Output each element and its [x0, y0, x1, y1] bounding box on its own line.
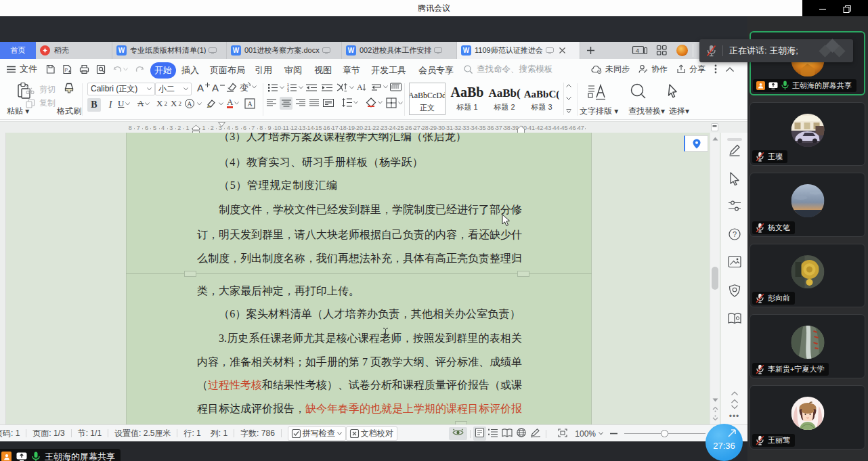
strip-up-icon[interactable]: [731, 391, 738, 395]
next-page-icon[interactable]: [712, 415, 718, 421]
tab-home[interactable]: 首页: [0, 42, 36, 59]
document-line-11[interactable]: （过程性考核和结果性考核）、试卷分析和课程质量评价报告（或课: [197, 378, 522, 392]
document-area[interactable]: （3）人才培养方案及课程教学大纲汇编（张启龙）（4）教育实习、研习手册样板（杨学…: [0, 133, 747, 424]
print-preview-icon[interactable]: [96, 64, 106, 74]
tab-document-active[interactable]: W 1109师范认证推进会: [457, 42, 580, 59]
account-avatar[interactable]: [676, 45, 688, 56]
document-line-8[interactable]: （6）案头材料清单（人才培养办负责，其他相关办公室负责）: [219, 307, 521, 321]
collapse-ribbon-icon[interactable]: [726, 67, 734, 72]
align-right-button[interactable]: [296, 99, 305, 107]
help-icon[interactable]: ?: [729, 228, 741, 240]
scroll-down-icon[interactable]: [712, 398, 718, 402]
document-line-4[interactable]: 制度文件，学校文件已经发到群里，学院制度已经进行了部分修: [219, 203, 522, 217]
document-line-5[interactable]: 订，明天发到群里，请八大块老师根据自己负责的内容，看还缺少什: [197, 228, 522, 242]
select-cursor-icon[interactable]: [729, 172, 740, 185]
status-words[interactable]: 字数: 786: [240, 428, 275, 439]
format-painter-button[interactable]: [62, 83, 76, 100]
sync-status[interactable]: 未同步: [591, 64, 630, 75]
align-center-button[interactable]: [280, 97, 292, 110]
page-separator-mark-right[interactable]: [517, 271, 529, 277]
document-line-10[interactable]: 内容，准备相关材料；如手册的第 7 页教学大纲、评分标准、成绩单: [197, 355, 522, 369]
prev-page-icon[interactable]: [712, 406, 718, 412]
menu-item-会员专享[interactable]: 会员专享: [418, 64, 454, 76]
more-menu-icon[interactable]: [714, 64, 717, 74]
bold-button[interactable]: B: [87, 98, 101, 112]
spell-check-toggle[interactable]: 拼写检查: [288, 426, 346, 441]
redo-icon[interactable]: [135, 65, 144, 74]
zoom-value[interactable]: 100%: [575, 429, 596, 439]
page-separator-mark-left[interactable]: [184, 271, 196, 277]
decrease-indent-button[interactable]: [306, 83, 317, 92]
zoom-slider-knob[interactable]: [661, 430, 668, 437]
document-line-12[interactable]: 程目标达成评价报告，缺今年春季的也就是上学期的课程目标评价报: [197, 402, 522, 416]
document-line-7[interactable]: 类，大家最后神定，再打印上传。: [197, 284, 358, 298]
font-name-select[interactable]: Calibri (正文): [87, 83, 155, 95]
document-line-6[interactable]: 么制度，列出制度名称，我们再想法补充，具体有高正亮负责整理归: [197, 252, 522, 265]
tab-close-icon[interactable]: [559, 47, 565, 55]
participant-tile-李新贵+宁夏大学[interactable]: 李新贵+宁夏大学: [750, 314, 865, 378]
line-spacing-button[interactable]: [342, 98, 358, 107]
select-icon[interactable]: [666, 83, 678, 100]
fit-page-button[interactable]: [555, 427, 571, 441]
document-scrollbar[interactable]: [710, 133, 720, 424]
numbering-button[interactable]: 123: [287, 83, 303, 92]
shrink-font-button[interactable]: A: [212, 82, 225, 93]
zoom-dropdown-icon[interactable]: [599, 432, 603, 435]
document-line-1[interactable]: （3）人才培养方案及课程教学大纲汇编（张启龙）: [219, 133, 466, 144]
style-card-标题 3[interactable]: AaBbC(标题 3: [523, 83, 560, 115]
select-label[interactable]: 选择▾: [669, 106, 689, 117]
document-line-2[interactable]: （4）教育实习、研习手册样板（杨学跃）: [219, 156, 423, 169]
copy-button[interactable]: 复制: [26, 97, 56, 109]
find-replace-label[interactable]: 查找替换▾: [628, 106, 665, 117]
meeting-timer[interactable]: 27:36: [706, 424, 743, 461]
web-view-button[interactable]: [515, 426, 528, 441]
borders-button[interactable]: [386, 97, 403, 108]
print-icon[interactable]: [79, 64, 89, 74]
menu-item-章节[interactable]: 章节: [343, 64, 360, 76]
window-manage-icon[interactable]: 4: [632, 45, 647, 56]
char-border-button[interactable]: A: [244, 98, 255, 109]
document-line-9[interactable]: 3.历史系任课老师尤其是核心课程老师，按照发到群里的表相关: [219, 332, 522, 345]
shield-icon[interactable]: [729, 284, 740, 297]
subscript-button[interactable]: X2: [171, 98, 181, 109]
settings-sliders-icon[interactable]: [729, 200, 741, 211]
position-pin-button[interactable]: [684, 135, 708, 152]
style-card-标题 2[interactable]: AaBb(标题 2: [486, 83, 523, 115]
distribute-button[interactable]: [323, 99, 334, 107]
share-button[interactable]: 分享: [676, 64, 706, 75]
tab-docer[interactable]: 稻壳: [36, 42, 112, 59]
italic-button[interactable]: I: [106, 98, 115, 112]
export-pdf-icon[interactable]: P: [62, 64, 72, 74]
increase-indent-button[interactable]: [322, 83, 332, 92]
menu-item-开发工具[interactable]: 开发工具: [371, 64, 406, 76]
tab-document-2[interactable]: W 001进校考察方案.docx: [227, 42, 342, 59]
find-replace-icon[interactable]: [630, 83, 646, 100]
scrollbar-thumb[interactable]: [712, 267, 718, 290]
styles-scroll[interactable]: [563, 83, 573, 115]
read-view-button[interactable]: [500, 427, 515, 441]
justify-button[interactable]: [309, 99, 319, 107]
collaborate-button[interactable]: 协作: [638, 64, 668, 75]
undo-dropdown-icon[interactable]: [123, 68, 128, 71]
book-icon[interactable]: [728, 313, 741, 324]
outline-view-button[interactable]: [486, 427, 500, 440]
menu-item-页面布局[interactable]: 页面布局: [210, 64, 245, 76]
wrap-button[interactable]: [371, 83, 388, 91]
ruler[interactable]: 8765432112345678910111213141516171819202…: [0, 121, 747, 133]
underline-button[interactable]: U: [118, 98, 130, 109]
menu-item-视图[interactable]: 视图: [314, 64, 332, 76]
first-line-indent-marker[interactable]: [218, 122, 225, 127]
participant-tile-王璨[interactable]: 王璨: [750, 102, 865, 167]
menu-item-审阅[interactable]: 审阅: [284, 64, 302, 76]
scroll-up-icon[interactable]: [712, 137, 718, 141]
zoom-out-icon[interactable]: [610, 430, 617, 437]
edit-pen-icon[interactable]: [728, 144, 741, 156]
apps-grid-icon[interactable]: [657, 45, 667, 56]
shading-button[interactable]: [366, 97, 383, 108]
restore-icon[interactable]: [844, 5, 851, 13]
asian-layout-button[interactable]: [337, 83, 354, 92]
menu-item-开始[interactable]: 开始: [150, 62, 176, 79]
file-menu[interactable]: 文件: [0, 63, 44, 75]
strip-more-icon[interactable]: •••: [729, 412, 740, 421]
participant-tile-王丽莺[interactable]: 王丽莺: [750, 385, 865, 449]
